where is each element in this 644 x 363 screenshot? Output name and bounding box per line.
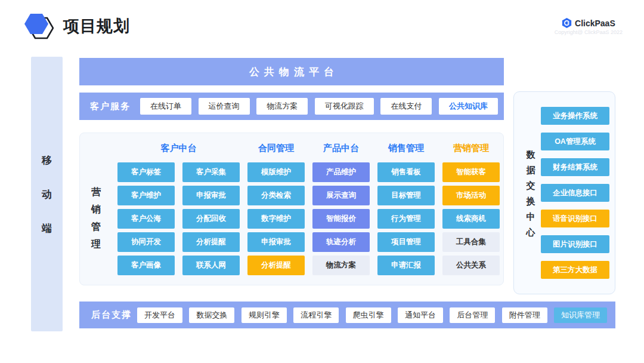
backend-support-button: 数据交换	[189, 307, 234, 323]
customer-service-button: 运价查询	[199, 98, 250, 115]
matrix-cell: 分配回收	[182, 209, 240, 229]
platform-banner-label: 公共物流平台	[244, 65, 339, 79]
backend-support-button: 爬虫引擎	[346, 307, 391, 323]
matrix-column-header: 产品中台	[312, 141, 370, 155]
backend-support-button: 附件管理	[502, 307, 547, 323]
matrix-cell: 客户画像	[117, 256, 175, 275]
matrix-cell: 项目管理	[377, 232, 435, 252]
matrix-cell: 客户标签	[117, 162, 175, 182]
data-exchange-item: 语音识别接口	[541, 210, 609, 227]
backend-support-button: 通知平台	[398, 307, 443, 323]
data-exchange-item: 图片识别接口	[541, 235, 609, 253]
matrix-cells-grid: 客户标签客户采集模版维护产品维护销售看板智能获客客户维护申报审批分类检索展示查询…	[117, 162, 500, 275]
data-exchange-item: 第三方大数据	[541, 261, 609, 279]
matrix-side: 营销管理	[88, 157, 104, 279]
matrix-cell: 展示查询	[312, 186, 370, 205]
customer-service-buttons: 在线订单运价查询物流方案可视化跟踪在线支付公共知识库	[140, 93, 498, 120]
data-exchange-item: 企业信息接口	[541, 184, 609, 202]
matrix-column-header: 客户中台	[117, 141, 240, 155]
clickpaas-logo-icon	[562, 18, 572, 28]
brand-name: ClickPaaS	[575, 19, 615, 28]
matrix-column-header: 营销管理	[442, 141, 500, 155]
mobile-side-bar: 移动端	[31, 57, 63, 331]
matrix-cell: 客户公海	[117, 209, 175, 229]
matrix-cell: 物流方案	[312, 256, 370, 275]
matrix-cell: 智能获客	[442, 162, 500, 182]
matrix-cell: 智能报价	[312, 209, 370, 229]
backend-support-button: 开发平台	[137, 307, 182, 323]
platform-banner: 公共物流平台	[79, 58, 504, 85]
matrix-cell: 行为管理	[377, 209, 435, 229]
customer-service-button: 可视化跟踪	[315, 98, 374, 115]
page-header: 项目规划	[21, 10, 130, 43]
matrix-cell: 客户采集	[182, 162, 240, 182]
matrix-cell: 产品维护	[312, 162, 370, 182]
backend-support-button: 后台管理	[450, 307, 495, 323]
matrix-cell: 销售看板	[377, 162, 435, 182]
backend-support-button: 知识库管理	[554, 307, 607, 323]
data-exchange-panel: 数据交换中心 业务操作系统OA管理系统财务结算系统企业信息接口语音识别接口图片识…	[513, 91, 615, 294]
matrix-cell: 分类检索	[247, 186, 305, 205]
matrix-cell: 协同开发	[117, 232, 175, 252]
customer-service-button: 物流方案	[256, 98, 308, 115]
matrix-cell: 轨迹分析	[312, 232, 370, 252]
matrix-side-label: 营销管理	[91, 187, 101, 249]
customer-service-button: 在线订单	[140, 98, 191, 115]
brand-block: ClickPaaS Copyright@ ClickPaaS 2022	[555, 18, 623, 35]
customer-service-button: 公共知识库	[439, 98, 498, 115]
matrix-cell: 模版维护	[247, 162, 305, 182]
matrix-cell: 工具合集	[442, 232, 500, 252]
data-exchange-side-label: 数据交换中心	[527, 150, 535, 236]
backend-support-button: 规则引擎	[242, 307, 287, 323]
backend-support-label: 后台支撑	[91, 302, 132, 328]
matrix-cell: 申请汇报	[377, 256, 435, 275]
matrix-cell: 市场活动	[442, 186, 500, 205]
marketing-matrix-panel: 营销管理 客户中台合同管理产品中台销售管理营销管理 客户标签客户采集模版维护产品…	[79, 133, 504, 285]
brand-copyright: Copyright@ ClickPaaS 2022	[555, 29, 623, 35]
matrix-cell: 分析提醒	[247, 256, 305, 275]
customer-service-label: 客户服务	[90, 93, 131, 120]
matrix-cell: 数字维护	[247, 209, 305, 229]
matrix-cell: 申报审批	[182, 186, 240, 205]
matrix-cell: 公共关系	[442, 256, 500, 275]
matrix-cell: 分析提醒	[182, 232, 240, 252]
data-exchange-items: 业务操作系统OA管理系统财务结算系统企业信息接口语音识别接口图片识别接口第三方大…	[541, 107, 609, 279]
data-exchange-item: 业务操作系统	[541, 107, 609, 125]
data-exchange-item: 财务结算系统	[541, 158, 609, 176]
matrix-cell: 目标管理	[377, 186, 435, 205]
matrix-cell: 客户维护	[117, 186, 175, 205]
customer-service-bar: 客户服务 在线订单运价查询物流方案可视化跟踪在线支付公共知识库	[79, 93, 504, 120]
matrix-cell: 申报审批	[247, 232, 305, 252]
mobile-side-label: 移动端	[42, 155, 52, 233]
data-exchange-side: 数据交换中心	[524, 92, 537, 294]
hexagon-logo-icon	[21, 10, 54, 43]
matrix-cell: 线索商机	[442, 209, 500, 229]
matrix-cell: 联系人网	[182, 256, 240, 275]
matrix-column-header: 销售管理	[377, 141, 435, 155]
page-title: 项目规划	[63, 16, 130, 37]
backend-support-bar: 后台支撑 开发平台数据交换规则引擎流程引擎爬虫引擎通知平台后台管理附件管理知识库…	[79, 302, 615, 328]
matrix-column-header: 合同管理	[247, 141, 305, 155]
matrix-column-headers: 客户中台合同管理产品中台销售管理营销管理	[117, 141, 500, 155]
customer-service-button: 在线支付	[380, 98, 432, 115]
backend-support-buttons: 开发平台数据交换规则引擎流程引擎爬虫引擎通知平台后台管理附件管理知识库管理	[137, 302, 607, 328]
data-exchange-item: OA管理系统	[541, 133, 609, 150]
backend-support-button: 流程引擎	[293, 307, 339, 323]
